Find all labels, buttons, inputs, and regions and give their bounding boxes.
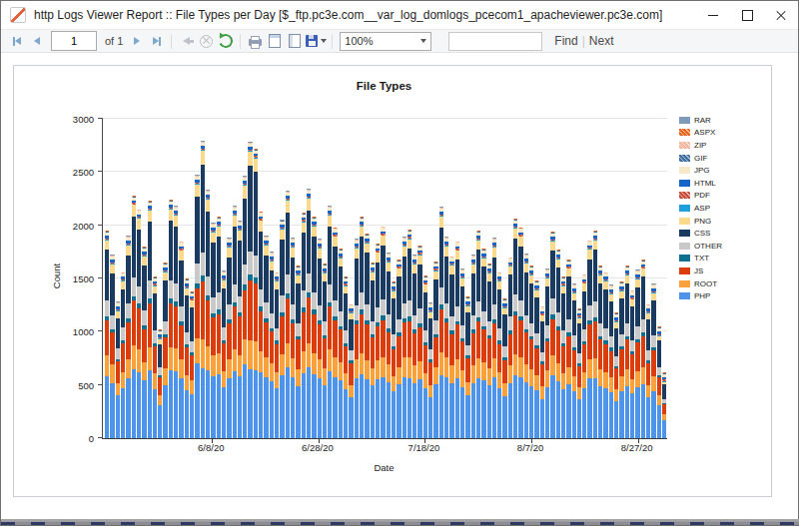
first-page-button[interactable]: [8, 32, 26, 50]
next-link[interactable]: Next: [589, 34, 614, 48]
bar-segment-root: [280, 354, 284, 375]
bar-segment-png: [439, 217, 443, 228]
bar-segment-png: [302, 223, 306, 234]
bar-segment-php: [502, 396, 506, 438]
bar-segment-php: [487, 385, 491, 438]
bar-segment-js: [318, 324, 322, 359]
bar-segment-php: [349, 397, 353, 438]
bar-segment-other: [307, 273, 311, 292]
bar-segment-other: [169, 280, 173, 298]
bar-segment-root: [126, 359, 130, 379]
current-page-input[interactable]: [51, 31, 97, 51]
stacked-bar: [609, 119, 613, 438]
export-dropdown-caret: [321, 39, 327, 43]
bar-segment-css: [609, 301, 613, 336]
bar-segment-css: [449, 274, 453, 316]
bar-segment-php: [534, 390, 538, 438]
bar-segment-js: [227, 323, 231, 358]
print-layout-button[interactable]: [266, 32, 284, 50]
bar-segment-css: [270, 270, 274, 314]
bar-segment-js: [577, 366, 581, 388]
bar-segment-css: [163, 280, 167, 321]
bar-segment-css: [365, 253, 369, 304]
bar-segment-php: [132, 369, 136, 438]
bar-segment-root: [497, 372, 501, 388]
minimize-button[interactable]: [696, 1, 730, 29]
bar-segment-other: [121, 327, 125, 340]
bar-segment-root: [233, 349, 237, 371]
bar-segment-png: [333, 237, 337, 247]
legend-item: HTML: [679, 177, 769, 190]
last-page-button[interactable]: [148, 32, 166, 50]
maximize-button[interactable]: [730, 1, 764, 29]
print-button[interactable]: [246, 32, 264, 50]
bar-segment-js: [609, 351, 613, 377]
bar-segment-other: [449, 316, 453, 330]
bar-segment-root: [513, 354, 517, 375]
page-count-label: of 1: [105, 35, 123, 47]
stacked-bar: [217, 119, 221, 438]
stop-button[interactable]: [197, 32, 215, 50]
bar-segment-php: [248, 369, 252, 438]
legend-label: CSS: [694, 229, 710, 238]
bar-segment-other: [487, 321, 491, 334]
bar-segment-js: [545, 341, 549, 370]
bar-segment-css: [508, 274, 512, 316]
toolbar-separator: [240, 34, 241, 49]
bar-segment-other: [524, 315, 528, 329]
bar-segment-png: [619, 291, 623, 298]
bar-segment-css: [635, 287, 639, 326]
legend-label: HTML: [694, 179, 716, 188]
zoom-select[interactable]: 100%: [340, 32, 431, 51]
previous-page-button[interactable]: [28, 32, 46, 50]
bar-segment-png: [243, 186, 247, 198]
bar-segment-php: [318, 378, 322, 438]
bar-segment-php: [381, 377, 385, 438]
printer-icon: [249, 39, 262, 46]
legend-label: PDF: [694, 191, 710, 200]
find-text-input[interactable]: [448, 32, 542, 51]
bar-segment-php: [302, 373, 306, 438]
stacked-bar: [302, 119, 306, 438]
bar-segment-css: [185, 295, 189, 332]
report-page: File Types Count 05001000150020002500300…: [13, 65, 772, 497]
stacked-bar: [529, 119, 533, 438]
bar-segment-php: [476, 378, 480, 438]
refresh-button[interactable]: [217, 32, 235, 50]
bar-segment-php: [355, 378, 359, 438]
find-link[interactable]: Find: [554, 34, 577, 48]
back-button[interactable]: [177, 32, 195, 50]
legend-swatch-pdf: [679, 192, 690, 199]
bar-segment-png: [587, 250, 591, 260]
bar-segment-php: [275, 388, 279, 438]
legend-label: ROOT: [694, 279, 717, 288]
bar-segment-png: [318, 249, 322, 259]
bar-segment-png: [121, 281, 125, 288]
bar-segment-php: [148, 370, 152, 438]
close-button[interactable]: [764, 1, 798, 29]
bar-segment-php: [572, 391, 576, 438]
bar-segment-css: [487, 281, 491, 322]
bar-segment-css: [339, 266, 343, 311]
bar-segment-other: [428, 349, 432, 359]
bar-segment-php: [662, 420, 666, 438]
legend-item: CSS: [679, 227, 769, 240]
bar-segment-php: [307, 367, 311, 438]
bar-segment-php: [433, 384, 437, 438]
bar-segment-js: [344, 346, 348, 374]
bar-segment-php: [296, 386, 300, 438]
bar-segment-php: [455, 378, 459, 438]
stacked-bar: [402, 119, 406, 438]
stacked-bar: [556, 119, 560, 438]
next-page-button[interactable]: [128, 32, 146, 50]
bar-segment-png: [264, 246, 268, 256]
bar-segment-other: [481, 311, 485, 325]
bar-segment-root: [407, 357, 411, 377]
legend-swatch-aspx: [679, 129, 690, 136]
stacked-bar: [534, 119, 538, 438]
legend-swatch-root: [679, 280, 690, 287]
bar-segment-css: [201, 165, 205, 254]
page-setup-button[interactable]: [286, 32, 304, 50]
y-tick-mark: [98, 225, 103, 226]
export-button[interactable]: [306, 32, 327, 50]
